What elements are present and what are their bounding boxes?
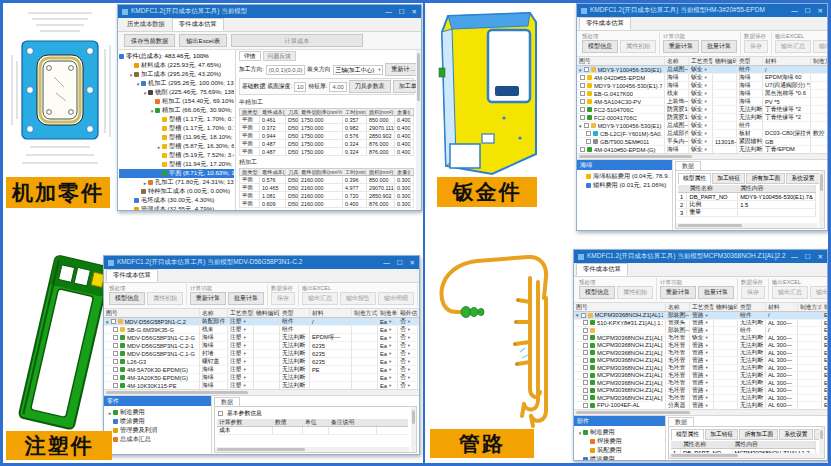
row-checkbox[interactable] <box>583 403 588 408</box>
maximize-button[interactable]: ☐ <box>805 253 811 261</box>
property-row[interactable]: 3重量 <box>678 209 816 217</box>
dropdown-arrow-icon[interactable]: ▾ <box>706 358 708 363</box>
export-excel-button[interactable]: 输出Excel表 <box>179 34 227 47</box>
dropdown-arrow-icon[interactable]: ▾ <box>706 395 708 400</box>
row-checkbox[interactable] <box>583 373 588 378</box>
table-row[interactable]: 4M-0410#50-EPDM-(G)海绵钣金▾无法判断丁青/EPDMEa▾否▾ <box>577 146 827 154</box>
vertical-scrollbar[interactable] <box>819 171 824 228</box>
cost-table-row[interactable]: 平面10.465D502160.0004.97729070.1110.300 <box>239 184 414 192</box>
tree-item[interactable]: ▸制造费用 <box>105 408 210 417</box>
dropdown-arrow-icon[interactable]: ▾ <box>244 319 246 324</box>
tree-item[interactable]: 型槽 (11.94元, 17.20%; 7.9… <box>119 160 234 169</box>
titlebar[interactable]: KMDFC1.2(开目成本估算工具) 当前模型 — ☐ ✕ <box>118 5 421 18</box>
table-row[interactable]: ▾MCPM30368NOH.Z1[AL].2.2部装图—管路▾组件/Ea▾否▾ <box>574 312 827 320</box>
toolbar-button[interactable]: 模型信息 <box>579 286 615 299</box>
tree-item[interactable]: 辅料费用 (0.01元, 21.06%) <box>578 181 671 190</box>
tree-item[interactable]: 型槽 (1.17元, 1.70%; 0.70… <box>119 115 234 124</box>
tab-data[interactable]: 数据 <box>675 161 701 170</box>
tree-item[interactable]: ▾精加工 (66.06元, 30.90%; 46.0… <box>119 106 234 115</box>
row-checkbox[interactable] <box>583 335 588 340</box>
table-row[interactable]: 510-KPXY8#31.Z1[AL].1.3.1-10管接头管路▾无法判断AL… <box>574 320 827 328</box>
dropdown-arrow-icon[interactable]: ▾ <box>705 75 707 80</box>
table-row[interactable]: MCPM30368NOH.Z1[AL].1.2-9毛坯管管路▾无法判断AL 30… <box>574 380 827 388</box>
horizontal-scrollbar[interactable] <box>574 410 827 415</box>
property-tab[interactable]: 加工特征 <box>705 429 738 440</box>
titlebar[interactable]: KMDFC1.2(开目成本估算工具) 当前模型MDV-D56G58P3N1-C.… <box>104 256 419 269</box>
dropdown-arrow-icon[interactable]: ▾ <box>408 359 410 364</box>
row-checkbox[interactable] <box>583 320 588 325</box>
cost-table-row[interactable]: 平面0.944D501750.0000.5762850.9020.400 <box>239 132 414 140</box>
horizontal-scrollbar[interactable] <box>669 453 818 458</box>
property-row[interactable]: 2比例1.5 <box>678 201 816 209</box>
dropdown-arrow-icon[interactable]: ▾ <box>389 343 391 348</box>
expand-arrow-icon[interactable]: ▾ <box>576 312 579 318</box>
tree-item[interactable]: 型槽 (1.17元, 1.70%; 0.70… <box>119 124 234 133</box>
table-row[interactable]: L26-G3螺钉盖注塑▾无法判断6235Ea▾否▾ <box>104 358 419 366</box>
table-row[interactable]: MCPM30368NOH.Z1[AL].1.2-1毛坯管管路▾无法判断AL 30… <box>574 395 827 403</box>
table-row[interactable]: MCPM30368NOH.Z1[AL].1.2-7毛坯管管路▾无法判断AL 30… <box>574 365 827 373</box>
dropdown-arrow-icon[interactable]: ▾ <box>705 123 707 128</box>
dropdown-arrow-icon[interactable]: ▾ <box>389 359 391 364</box>
table-row[interactable]: MDV-D56G58P3N1-C.1-G封堵注塑▾无法判断6235Ea▾否▾ <box>104 350 419 358</box>
row-checkbox[interactable] <box>583 350 588 355</box>
tree-item[interactable]: 海绵粘贴费用 (0.04元, 78.9… <box>578 172 671 181</box>
dropdown-arrow-icon[interactable]: ▾ <box>408 343 410 348</box>
maximize-button[interactable]: ☐ <box>399 8 405 16</box>
cost-tree-header[interactable]: 部件 <box>574 416 665 426</box>
feature-thickness-value[interactable]: 4.00 <box>329 82 346 92</box>
minimize-button[interactable]: — <box>791 253 798 261</box>
dropdown-arrow-icon[interactable]: ▾ <box>408 327 410 332</box>
tree-item[interactable]: ▾机加工 (295.26元, 100.00%; 138.68分… <box>119 79 234 88</box>
row-checkbox[interactable] <box>584 123 589 128</box>
toolbar-button[interactable]: 模型信息 <box>109 292 145 305</box>
calculate-cost-button[interactable]: 计算成本 <box>231 34 363 47</box>
dropdown-arrow-icon[interactable]: ▾ <box>706 328 708 333</box>
expand-arrow-icon[interactable]: ▾ <box>579 67 582 73</box>
property-row[interactable]: 1DB_PART_NOMDY9-Y100456-530(E1).7& <box>678 193 816 201</box>
tree-item[interactable]: 装配费用 <box>575 446 664 455</box>
row-checkbox[interactable] <box>113 359 118 364</box>
maximize-button[interactable]: ☐ <box>805 7 811 15</box>
tree-item[interactable]: 平面 (8.71元, 10.63%; 17.0… <box>119 169 234 178</box>
cost-table-row[interactable]: 平面0.461D501750.0000.357850.0000.400 <box>239 116 414 124</box>
dropdown-arrow-icon[interactable]: ▾ <box>244 359 246 364</box>
row-checkbox[interactable] <box>113 375 118 380</box>
table-row[interactable]: FC2-00041706C防震胶1钣金▾无法判断丁青绝缘等 *2Ea▾否▾ <box>577 114 827 122</box>
row-checkbox[interactable] <box>584 67 589 72</box>
table-row[interactable]: GB/T900.5EM#011平头内—钣金▾113018—紧固辅料GBEa▾否▾ <box>577 138 827 146</box>
toolbar-button[interactable]: 批量计算 <box>228 292 264 305</box>
minimize-button[interactable]: — <box>791 7 798 15</box>
tree-item[interactable]: ▾制造费用 <box>575 428 664 437</box>
row-checkbox[interactable] <box>580 115 585 120</box>
dropdown-arrow-icon[interactable]: ▾ <box>389 367 391 372</box>
titlebar[interactable]: KMDFC1.2(开目成本估算工具) 当前模型MCPM30368NOH.Z1[A… <box>574 250 827 263</box>
row-checkbox[interactable] <box>580 99 585 104</box>
dropdown-arrow-icon[interactable]: ▾ <box>408 367 410 372</box>
tree-item[interactable]: ▾加工成本 (295.26元, 43.20%) <box>119 70 234 79</box>
row-checkbox[interactable] <box>113 343 118 348</box>
table-row[interactable]: MDV-D56G58P3N1-C.2-G海绵注塑▾无法判断EPDM等—Ea▾否▾ <box>104 334 419 342</box>
tab-part-cost[interactable]: 零件成本估算 <box>106 269 158 282</box>
table-row[interactable]: FC2-5104706C防震胶1钣金▾无法判断丁青绝缘等 *2Ea▾否▾ <box>577 106 827 114</box>
toolbar-button[interactable]: 属性初始 <box>620 40 656 53</box>
table-row[interactable]: EB-G.0417K00线束钣金▾海绵黑色泡棉等 *0.6Ea▾否▾ <box>577 90 827 98</box>
property-tab[interactable]: 模型属性 <box>678 173 711 184</box>
tree-item[interactable]: 材料成本 (225.93元, 47.65%) <box>119 61 234 70</box>
table-row[interactable]: MCPM30368NOH.Z1[AL].1.2-6毛坯管钣金▾无法判断AL 30… <box>574 335 827 343</box>
dropdown-arrow-icon[interactable]: ▾ <box>244 367 246 372</box>
basic-params-checkbox[interactable] <box>218 411 223 416</box>
dropdown-arrow-icon[interactable]: ▾ <box>408 335 410 340</box>
close-button[interactable]: ✕ <box>818 7 823 15</box>
row-checkbox[interactable] <box>581 313 586 318</box>
tab-part-cost[interactable]: 零件成本估算 <box>579 17 631 30</box>
dropdown-arrow-icon[interactable]: ▾ <box>706 365 708 370</box>
table-row[interactable]: MDV-D56G58P3N1-C.2-1海绵注塑▾无法判断6235Ea▾否▾ <box>104 342 419 350</box>
dropdown-arrow-icon[interactable]: ▾ <box>244 343 246 348</box>
tree-item[interactable]: 焊接费用 <box>575 437 664 446</box>
machine-type-select[interactable]: 三轴(加工中心)▾ <box>333 65 384 75</box>
table-row[interactable]: ▾MDY9-Y100456-530(E1).7&1总成图—钣金▾组件/Ea▾否▾ <box>577 66 827 74</box>
row-checkbox[interactable] <box>113 327 118 332</box>
table-row[interactable]: SB-G.6M39K35-G线束注塑▾组件Ea▾否▾ <box>104 326 419 334</box>
tree-item[interactable]: 喷涂费用 <box>575 455 664 460</box>
dropdown-arrow-icon[interactable]: ▾ <box>705 67 707 72</box>
